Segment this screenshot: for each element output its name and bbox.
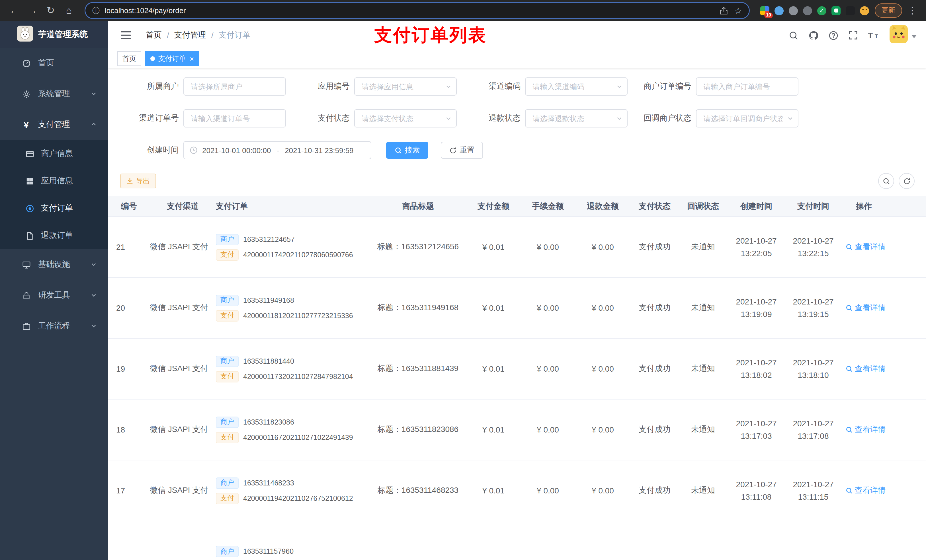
table-row: 21 微信 JSAPI 支付 商户1635312124657 支付4200001… bbox=[108, 217, 926, 278]
notify-status: 未通知 bbox=[679, 460, 727, 521]
top-navbar: 首页 / 支付管理 / 支付订单 支付订单列表 TT bbox=[108, 21, 926, 50]
sidebar-item-merchant-info[interactable]: 商户信息 bbox=[0, 140, 108, 167]
date-start-value[interactable]: 2021-10-01 00:00:00 bbox=[202, 146, 271, 154]
address-bar[interactable]: ⓘ localhost:1024/pay/order ☆ bbox=[85, 3, 749, 18]
sidebar-item-infrastructure[interactable]: 基础设施 bbox=[0, 249, 108, 280]
pay-order-no: 4200001174202110278060590766 bbox=[243, 251, 353, 259]
browser-profile-avatar[interactable] bbox=[860, 6, 869, 15]
view-detail-link[interactable]: 查看详情 bbox=[846, 486, 885, 496]
dashboard-icon bbox=[22, 59, 31, 68]
channel-order-no-input[interactable] bbox=[183, 109, 286, 127]
share-icon[interactable] bbox=[720, 6, 728, 15]
site-info-icon[interactable]: ⓘ bbox=[92, 5, 100, 16]
browser-forward-button[interactable]: → bbox=[25, 3, 40, 18]
sidebar-item-app-info[interactable]: 应用信息 bbox=[0, 167, 108, 195]
bookmark-star-icon[interactable]: ☆ bbox=[734, 5, 742, 16]
view-detail-link[interactable]: 查看详情 bbox=[846, 303, 885, 313]
user-avatar-menu[interactable] bbox=[890, 25, 917, 45]
merchant-order-no: 1635311157960 bbox=[243, 548, 294, 555]
extension-dark-icon[interactable] bbox=[846, 6, 855, 15]
pay-status: 支付成功 bbox=[631, 399, 679, 460]
date-range-picker[interactable]: 2021-10-01 00:00:00 - 2021-10-31 23:59:5… bbox=[183, 141, 371, 159]
breadcrumb-payment[interactable]: 支付管理 bbox=[174, 30, 206, 41]
browser-menu-button[interactable]: ⋮ bbox=[905, 5, 919, 16]
fee-amount: ¥ 0.00 bbox=[520, 217, 575, 278]
browser-home-button[interactable]: ⌂ bbox=[62, 3, 76, 18]
hamburger-icon[interactable] bbox=[116, 31, 136, 40]
refund-status-select[interactable] bbox=[525, 109, 628, 127]
fullscreen-icon[interactable] bbox=[849, 31, 858, 40]
breadcrumb-home[interactable]: 首页 bbox=[146, 30, 162, 41]
extension-gray-icon[interactable] bbox=[789, 6, 798, 15]
browser-update-button[interactable]: 更新 bbox=[875, 3, 902, 18]
table-row: 17 微信 JSAPI 支付 商户1635311468233 支付4200001… bbox=[108, 460, 926, 521]
extension-badge: 10 bbox=[764, 12, 773, 18]
col-notify-header: 回调状态 bbox=[679, 196, 727, 217]
extension-gray2-icon[interactable] bbox=[803, 6, 812, 15]
sidebar-item-system[interactable]: 系统管理 bbox=[0, 78, 108, 109]
pay-status-select[interactable] bbox=[354, 109, 457, 127]
sidebar-item-refund-order[interactable]: 退款订单 bbox=[0, 222, 108, 249]
order-id: 20 bbox=[108, 278, 150, 338]
font-size-icon[interactable]: TT bbox=[868, 31, 879, 39]
extension-check-icon[interactable]: ✓ bbox=[817, 6, 826, 15]
refund-amount: ¥ 0.00 bbox=[575, 217, 631, 278]
sidebar-item-home[interactable]: 首页 bbox=[0, 48, 108, 78]
product-title: 标题：1635311823086 bbox=[369, 399, 466, 460]
briefcase-icon bbox=[22, 322, 31, 331]
sidebar-item-workflow[interactable]: 工作流程 bbox=[0, 311, 108, 341]
view-detail-link[interactable]: 查看详情 bbox=[846, 424, 885, 435]
fee-amount: ¥ 0.00 bbox=[520, 278, 575, 338]
lock-icon bbox=[22, 291, 31, 300]
url-text[interactable]: localhost:1024/pay/order bbox=[105, 6, 713, 15]
help-icon[interactable] bbox=[829, 30, 838, 40]
pay-time: 2021-10-2713:18:10 bbox=[785, 338, 841, 399]
tab-pay-order[interactable]: 支付订单 × bbox=[145, 51, 199, 66]
tab-close-icon[interactable]: × bbox=[190, 55, 194, 62]
sidebar-item-pay-order[interactable]: 支付订单 bbox=[0, 195, 108, 222]
merchant-order-no: 1635311468233 bbox=[243, 479, 294, 487]
pay-channel: 微信 JSAPI 支付 bbox=[150, 338, 216, 399]
browser-back-button[interactable]: ← bbox=[7, 3, 22, 18]
chevron-down-icon bbox=[91, 260, 97, 269]
merchant-tag: 商户 bbox=[216, 234, 239, 245]
pay-order-no: 4200001194202110276752100612 bbox=[243, 494, 353, 502]
extension-green-square-icon[interactable] bbox=[831, 6, 841, 15]
merchant-order-no-input[interactable] bbox=[696, 77, 799, 96]
reset-button[interactable]: 重置 bbox=[441, 142, 483, 159]
export-button[interactable]: 导出 bbox=[120, 174, 156, 189]
table-refresh-button[interactable] bbox=[899, 173, 915, 189]
browser-reload-button[interactable]: ↻ bbox=[43, 3, 58, 18]
target-icon bbox=[25, 204, 34, 213]
extension-blue-icon[interactable] bbox=[775, 6, 784, 15]
table-search-button[interactable] bbox=[878, 173, 894, 189]
callback-status-select[interactable] bbox=[696, 109, 799, 127]
pay-amount: ¥ 0.01 bbox=[466, 278, 520, 338]
github-icon[interactable] bbox=[809, 30, 819, 40]
gear-icon bbox=[22, 90, 31, 98]
search-icon[interactable] bbox=[789, 30, 799, 40]
date-end-value[interactable]: 2021-10-31 23:59:59 bbox=[285, 146, 353, 154]
fee-amount: ¥ 0.00 bbox=[520, 338, 575, 399]
app-id-select[interactable] bbox=[354, 77, 457, 96]
tab-home[interactable]: 首页 bbox=[117, 51, 141, 66]
app-logo-bar[interactable]: 芋道管理系统 bbox=[0, 21, 108, 48]
col-title-header: 商品标题 bbox=[369, 196, 466, 217]
search-button[interactable]: 搜索 bbox=[386, 142, 428, 159]
extensions-area: 10 ✓ bbox=[758, 6, 872, 15]
app-logo bbox=[17, 25, 33, 44]
extension-colorful-icon[interactable]: 10 bbox=[760, 6, 769, 15]
table-toolbar: 导出 bbox=[108, 173, 926, 189]
merchant-filter-input[interactable] bbox=[183, 77, 286, 96]
channel-code-select[interactable] bbox=[525, 77, 628, 96]
pay-status: 支付成功 bbox=[631, 460, 679, 521]
merchant-order-no: 1635312124657 bbox=[243, 235, 295, 243]
filter-refund-status: 退款状态 bbox=[462, 109, 628, 127]
chevron-down-icon bbox=[616, 115, 622, 122]
view-detail-link[interactable]: 查看详情 bbox=[846, 242, 885, 252]
breadcrumb: 首页 / 支付管理 / 支付订单 bbox=[146, 30, 251, 41]
sidebar-item-payment[interactable]: ¥ 支付管理 bbox=[0, 109, 108, 140]
pay-channel: 微信 JSAPI 支付 bbox=[150, 460, 216, 521]
view-detail-link[interactable]: 查看详情 bbox=[846, 364, 885, 374]
sidebar-item-dev-tools[interactable]: 研发工具 bbox=[0, 280, 108, 311]
